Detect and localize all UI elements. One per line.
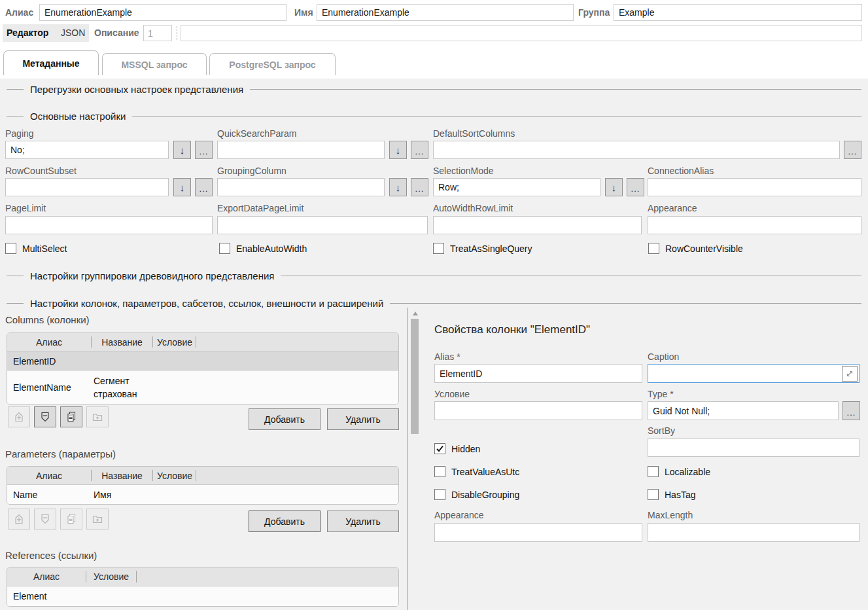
hastag-checkbox[interactable]: HasTag [648,489,695,500]
alias-input[interactable] [39,4,286,21]
prop-appearance-input[interactable] [434,523,642,542]
paging-input[interactable] [5,141,169,159]
prop-sortby-input[interactable] [648,439,859,457]
selectionmode-dropdown-button[interactable]: ↓ [605,178,623,196]
paging-dropdown-button[interactable]: ↓ [173,141,191,159]
column-header-condition[interactable]: Условие [153,467,196,484]
defaultsortcolumns-ellipsis-button[interactable]: ... [844,141,861,159]
prop-type-input[interactable] [648,401,839,420]
view-metadata-editor-window: Алиас Имя Группа Редактор JSON Описание … [0,0,868,610]
groupingcolumn-ellipsis-button[interactable]: ... [411,178,428,196]
quicksearchparam-input[interactable] [217,141,385,159]
defaultsortcolumns-input[interactable] [433,141,840,159]
rowcountervisible-checkbox[interactable]: RowCounterVisible [648,243,743,254]
prop-caption-input[interactable] [648,364,859,383]
parameters-export-button[interactable] [86,509,109,529]
selectionmode-ellipsis-button[interactable]: ... [627,178,644,196]
columns-delete-button[interactable]: Удалить [327,408,399,430]
parameters-add-button[interactable]: Добавить [249,511,321,532]
table-row[interactable]: Element [7,586,398,606]
checkbox-box [5,243,16,254]
autowidthrowlimit-input[interactable] [433,216,642,234]
description-resize-handle[interactable] [177,26,177,40]
parameters-table: Алиас Название Условие Name Имя [7,466,399,505]
copy-document-icon [65,411,77,423]
hidden-checkbox[interactable]: Hidden [434,443,480,454]
scrollbar-thumb[interactable] [411,319,419,434]
table-row[interactable]: ElementID [7,351,398,371]
treatvalueasutc-checkbox[interactable]: TreatValueAsUtc [434,466,519,477]
rowcountsubset-input[interactable] [5,178,169,196]
json-mode-toggle[interactable]: JSON [61,24,85,42]
caption-expand-button[interactable] [842,366,858,382]
column-header-condition[interactable]: Условие [86,567,137,586]
tab-metadata[interactable]: Метаданные [3,50,99,75]
columns-move-down-button[interactable] [34,406,56,427]
appearance-input[interactable] [648,216,861,234]
description-number-input[interactable] [143,25,172,41]
multiselect-checkbox[interactable]: MultiSelect [5,243,67,254]
column-header-name[interactable]: Название [91,333,153,351]
paging-ellipsis-button[interactable]: ... [195,141,213,159]
scrollbar-up-arrow-icon[interactable] [413,312,418,315]
name-input[interactable] [317,4,574,21]
selectionmode-input[interactable] [433,178,600,196]
group-label: Группа [578,4,610,21]
columns-export-button[interactable] [86,406,109,427]
tab-mssql-query[interactable]: MSSQL запрос [102,53,207,75]
tab-postgresql-query[interactable]: PostgreSQL запрос [209,53,336,75]
parameters-copy-button[interactable] [60,509,82,529]
enableautowidth-checkbox[interactable]: EnableAutoWidth [219,243,307,254]
groupingcolumn-dropdown-button[interactable]: ↓ [389,178,407,196]
editor-mode-toggle[interactable]: Редактор [7,24,48,42]
table-row[interactable]: Name Имя [7,485,398,504]
selectionmode-label: SelectionMode [433,166,494,176]
prop-maxlength-input[interactable] [648,523,859,542]
parameters-move-down-button[interactable] [34,509,56,529]
rowcountsubset-ellipsis-button[interactable]: ... [195,178,213,196]
localizable-checkbox[interactable]: Localizable [648,466,710,477]
groupingcolumn-label: GroupingColumn [217,166,286,176]
prop-type-label: Type * [648,389,674,399]
column-header-name[interactable]: Название [91,467,153,484]
group-input[interactable] [614,4,862,21]
ellipsis-icon: ... [415,186,425,192]
checkmark-icon [436,444,444,453]
treatassinglequery-checkbox[interactable]: TreatAsSingleQuery [433,243,532,254]
section-columns-settings: Настройки колонок, параметров, сабсетов,… [7,298,861,309]
table-row[interactable]: ElementName Сегмент страхован [7,371,398,404]
columns-move-up-button[interactable] [8,406,30,427]
quicksearchparam-dropdown-button[interactable]: ↓ [389,141,407,159]
prop-appearance-label: Appearance [434,510,484,520]
disablegrouping-checkbox[interactable]: DisableGrouping [434,489,519,500]
prop-alias-label: Alias * [434,351,460,362]
column-header-alias[interactable]: Алиас [7,567,86,586]
exportdatapagelimit-input[interactable] [217,216,428,234]
columns-add-button[interactable]: Добавить [249,408,321,430]
rowcountsubset-dropdown-button[interactable]: ↓ [173,178,191,196]
column-header-alias[interactable]: Алиас [7,333,91,351]
checkbox-box [648,243,659,254]
multiselect-label: MultiSelect [22,243,67,254]
column-header-alias[interactable]: Алиас [7,467,91,484]
section-tree-grouping: Настройки группировки древовидного предс… [7,270,861,281]
rowcountsubset-label: RowCountSubset [5,166,77,176]
defaultsortcolumns-label: DefaultSortColumns [433,128,515,139]
quicksearchparam-ellipsis-button[interactable]: ... [411,141,428,159]
pagelimit-input[interactable] [5,216,213,234]
prop-type-ellipsis-button[interactable]: ... [842,401,860,420]
description-label: Описание [94,24,139,41]
prop-alias-input[interactable] [434,364,642,383]
prop-maxlength-label: MaxLength [648,510,693,520]
description-input[interactable] [181,25,862,41]
columns-copy-button[interactable] [60,406,82,427]
groupingcolumn-input[interactable] [217,178,385,196]
column-header-condition[interactable]: Условие [153,333,196,351]
connectionalias-input[interactable] [648,178,861,196]
paging-label: Paging [5,128,34,139]
prop-condition-input[interactable] [434,401,642,420]
parameters-delete-button[interactable]: Удалить [327,511,399,532]
panel-splitter[interactable] [407,308,408,610]
parameters-move-up-button[interactable] [8,509,30,529]
row-alias: ElementID [7,356,91,367]
